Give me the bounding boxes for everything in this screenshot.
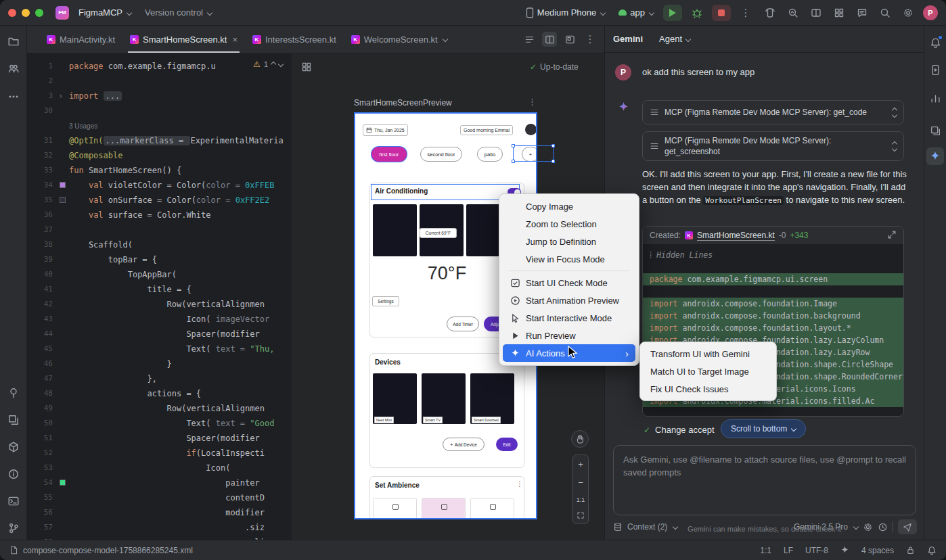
- hidden-lines-row[interactable]: ⁞ Hidden Lines: [643, 249, 903, 261]
- code-editor[interactable]: 1package com.example.figmamcp.u23›import…: [27, 53, 291, 540]
- code-line[interactable]: 34 val violetColor = Color(color = 0xFFE…: [27, 178, 291, 193]
- more-run-actions-button[interactable]: ⋮: [736, 5, 755, 21]
- project-selector[interactable]: FigmaMCP: [74, 5, 135, 20]
- split-view-button[interactable]: [542, 32, 557, 47]
- code-line[interactable]: 51 Spacer(modifier: [27, 431, 291, 446]
- color-swatch[interactable]: [60, 480, 66, 486]
- color-swatch[interactable]: [60, 182, 66, 188]
- code-line[interactable]: 42 Row(verticalAlignmen: [27, 297, 291, 312]
- tab-patio[interactable]: patio: [477, 147, 503, 162]
- code-view-button[interactable]: [522, 32, 537, 47]
- submenu-item-match-ui-to-target-image[interactable]: Match UI to Target Image: [644, 363, 773, 380]
- chevron-up-down-icon[interactable]: [893, 108, 897, 117]
- code-line[interactable]: 47 },: [27, 371, 291, 386]
- file-encoding[interactable]: UTF-8: [805, 546, 828, 555]
- tool-call-get-screenshot[interactable]: MCP (Figma Remote Dev Mode MCP Server): …: [642, 131, 904, 161]
- menu-item-start-animation-preview[interactable]: Start Animation Preview: [503, 291, 635, 309]
- inspection-widget[interactable]: ⚠ 1: [249, 58, 287, 70]
- expand-icon[interactable]: [887, 230, 897, 241]
- notifications-icon[interactable]: [927, 546, 937, 555]
- menu-item-start-interactive-mode[interactable]: Start Interactive Mode: [503, 309, 635, 327]
- tab-smarthomescreen[interactable]: KSmartHomeScreen.kt×: [122, 26, 245, 53]
- gemini-input-box[interactable]: Ask Gemini, use @filename to attach sour…: [613, 445, 916, 515]
- code-line[interactable]: 52 if(LocalInspecti: [27, 446, 291, 461]
- code-line[interactable]: 43 Icon( imageVector: [27, 312, 291, 327]
- code-line[interactable]: 37: [27, 223, 291, 237]
- scroll-to-bottom-button[interactable]: Scroll to bottom: [721, 419, 806, 438]
- profiler-tool-button[interactable]: [926, 89, 944, 107]
- run-button[interactable]: [663, 5, 682, 21]
- submenu-item-transform-ui-with-gemini[interactable]: Transform UI with Gemini: [644, 345, 773, 363]
- code-line[interactable]: 58 .cli: [27, 535, 291, 540]
- chevron-up-icon[interactable]: [271, 62, 276, 67]
- terminal-tool-button[interactable]: [5, 492, 22, 510]
- code-line[interactable]: 45 Text( text = "Thu,: [27, 342, 291, 356]
- tab-gemini[interactable]: Gemini: [613, 34, 643, 44]
- window-close-button[interactable]: [8, 9, 16, 17]
- window-zoom-button[interactable]: [35, 9, 43, 17]
- zoom-out-icon[interactable]: −: [578, 477, 583, 488]
- user-avatar[interactable]: P: [923, 5, 938, 20]
- ai-chat-button[interactable]: [853, 5, 872, 21]
- code-line[interactable]: 33fun SmartHomeScreen() {: [27, 163, 291, 178]
- window-minimize-button[interactable]: [22, 9, 30, 17]
- settings-button[interactable]: [899, 5, 918, 21]
- menu-item-copy-image[interactable]: Copy Image: [503, 197, 635, 215]
- code-line[interactable]: 40 TopAppBar(: [27, 267, 291, 282]
- hidden-tabs-chevron-icon[interactable]: [442, 37, 447, 42]
- code-line[interactable]: 53 Icon(: [27, 461, 291, 475]
- debug-button[interactable]: [688, 5, 706, 21]
- fit-to-screen-icon[interactable]: [577, 511, 585, 519]
- stop-button[interactable]: [712, 5, 731, 21]
- section-options-icon[interactable]: ⋮: [516, 480, 523, 488]
- caret-position[interactable]: 1:1: [760, 546, 771, 555]
- running-devices-button[interactable]: [926, 61, 944, 78]
- code-line[interactable]: 35 val onSurface = Color(color = 0xFF2E2: [27, 193, 291, 208]
- line-ending[interactable]: LF: [784, 546, 793, 555]
- code-line[interactable]: 36 val surface = Color.White: [27, 208, 291, 223]
- copies-tool-button[interactable]: [926, 122, 944, 139]
- status-file-group[interactable]: compose-compose-model-1758866285245.xml: [9, 546, 193, 555]
- lock-icon[interactable]: [906, 546, 915, 555]
- close-icon[interactable]: ×: [232, 34, 238, 45]
- code-line[interactable]: 2: [27, 74, 291, 89]
- search-everywhere-button[interactable]: [876, 5, 895, 21]
- code-line[interactable]: 49 Row(verticalAlignmen: [27, 401, 291, 416]
- chevron-up-down-icon[interactable]: [893, 142, 897, 151]
- bookmarks-tool-button[interactable]: [5, 384, 22, 402]
- problems-tool-button[interactable]: [5, 465, 22, 483]
- code-line[interactable]: 46 }: [27, 356, 291, 371]
- menu-item-jump-to-definition[interactable]: Jump to Definition: [503, 233, 635, 250]
- tab-welcomescreen[interactable]: KWelcomeScreen.kt: [344, 26, 455, 53]
- edit-button[interactable]: Edit: [496, 438, 518, 451]
- preview-grid-button[interactable]: [301, 62, 312, 74]
- tool-grid-button[interactable]: [830, 5, 849, 21]
- selection-handle[interactable]: [512, 160, 515, 163]
- add-device-button[interactable]: +Add Device: [443, 438, 485, 451]
- editor-options-button[interactable]: ⋮: [583, 32, 598, 47]
- tool-call-get-code[interactable]: MCP (Figma Remote Dev Mode MCP Server): …: [642, 100, 904, 124]
- menu-item-view-in-focus-mode[interactable]: View in Focus Mode: [503, 250, 635, 268]
- chevron-down-icon[interactable]: [278, 62, 284, 67]
- created-file-link[interactable]: SmartHomeScreen.kt: [697, 231, 775, 241]
- code-line[interactable]: 57 .siz: [27, 520, 291, 535]
- code-line[interactable]: 41 title = {: [27, 282, 291, 297]
- code-line[interactable]: 56 modifier: [27, 505, 291, 520]
- vcs-widget[interactable]: Version control: [141, 5, 216, 20]
- menu-item-run-preview[interactable]: Run Preview: [503, 327, 635, 344]
- code-line[interactable]: 3›import ...: [27, 89, 291, 103]
- more-tool-windows-button[interactable]: [5, 88, 22, 106]
- tab-second-floor[interactable]: second floor: [420, 147, 462, 162]
- code-line[interactable]: 32@Composable: [27, 148, 291, 163]
- layout-columns-button[interactable]: [807, 5, 826, 21]
- submenu-item-fix-ui-check-issues[interactable]: Fix UI Check Issues: [644, 380, 773, 398]
- selection-handle[interactable]: [512, 144, 515, 147]
- device-selector[interactable]: Medium Phone: [522, 5, 609, 20]
- tab-interestsscreen[interactable]: KInterestsScreen.kt: [245, 26, 344, 53]
- code-line[interactable]: 44 Spacer(modifier: [27, 327, 291, 342]
- layers-tool-button[interactable]: [5, 411, 22, 429]
- device-mirroring-button[interactable]: [761, 5, 780, 21]
- settings-chip[interactable]: Settings: [372, 296, 399, 306]
- fold-arrow-icon[interactable]: ›: [58, 91, 63, 101]
- code-line[interactable]: 30: [27, 103, 291, 118]
